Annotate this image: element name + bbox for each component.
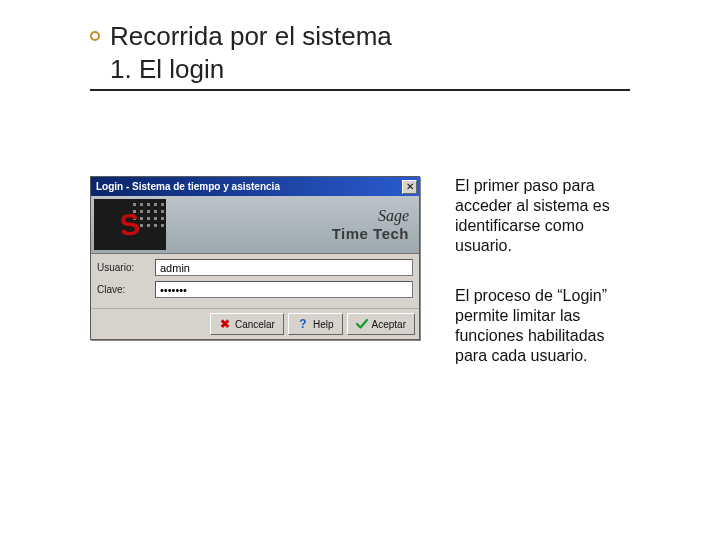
user-row: Usuario: xyxy=(97,259,413,276)
text-column: El primer paso para acceder al sistema e… xyxy=(455,176,630,396)
user-label: Usuario: xyxy=(97,262,151,273)
content-area: Login - Sistema de tiempo y asistencia ✕ xyxy=(90,176,630,396)
title-line-2: 1. El login xyxy=(110,54,224,84)
window-banner: S Sage Time Tech xyxy=(91,196,419,254)
window-title: Login - Sistema de tiempo y asistencia xyxy=(96,181,402,192)
help-button-label: Help xyxy=(313,319,334,330)
paragraph-1: El primer paso para acceder al sistema e… xyxy=(455,176,630,256)
title-block: Recorrida por el sistema 1. El login xyxy=(90,20,630,91)
slide-title: Recorrida por el sistema 1. El login xyxy=(110,20,392,85)
cancel-x-icon: ✖ xyxy=(219,318,231,330)
logo-glyph-icon: S xyxy=(118,207,141,243)
user-input[interactable] xyxy=(155,259,413,276)
accept-button[interactable]: Aceptar xyxy=(347,313,415,335)
brand-line-1: Sage xyxy=(378,207,409,225)
help-button[interactable]: ? Help xyxy=(288,313,343,335)
title-rule xyxy=(90,89,630,91)
cancel-button[interactable]: ✖ Cancelar xyxy=(210,313,284,335)
title-line-1: Recorrida por el sistema xyxy=(110,21,392,51)
cancel-button-label: Cancelar xyxy=(235,319,275,330)
accept-check-icon xyxy=(356,318,368,330)
brand-block: Sage Time Tech xyxy=(169,196,419,253)
close-button[interactable]: ✕ xyxy=(402,180,417,194)
pass-input[interactable] xyxy=(155,281,413,298)
form-area: Usuario: Clave: xyxy=(91,254,419,308)
pass-label: Clave: xyxy=(97,284,151,295)
buttons-row: ✖ Cancelar ? Help Aceptar xyxy=(91,308,419,339)
login-window: Login - Sistema de tiempo y asistencia ✕ xyxy=(90,176,420,340)
brand-line-2: Time Tech xyxy=(332,225,409,242)
bullet-icon xyxy=(90,31,100,41)
window-titlebar: Login - Sistema de tiempo y asistencia ✕ xyxy=(91,177,419,196)
close-icon: ✕ xyxy=(406,182,414,192)
accept-button-label: Aceptar xyxy=(372,319,406,330)
pass-row: Clave: xyxy=(97,281,413,298)
slide: Recorrida por el sistema 1. El login Log… xyxy=(0,0,720,540)
help-question-icon: ? xyxy=(297,318,309,330)
screenshot-column: Login - Sistema de tiempo y asistencia ✕ xyxy=(90,176,420,340)
paragraph-2: El proceso de “Login” permite limitar la… xyxy=(455,286,630,366)
logo-box: S xyxy=(94,199,166,250)
